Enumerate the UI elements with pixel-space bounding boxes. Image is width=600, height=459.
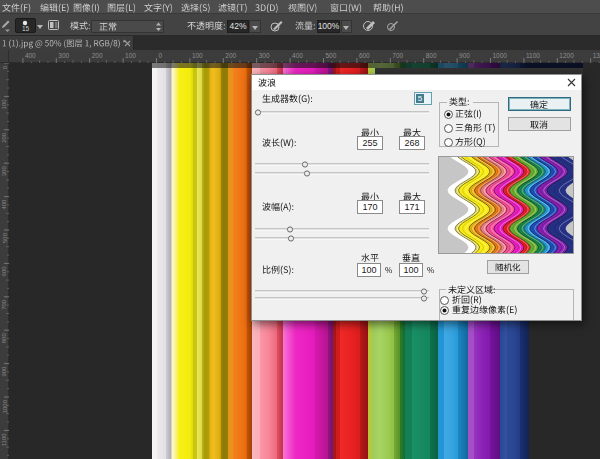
svg-text:300: 300: [58, 52, 69, 59]
svg-text:15: 15: [22, 25, 30, 32]
svg-text:800: 800: [426, 52, 437, 59]
svg-text:900: 900: [2, 366, 8, 377]
svg-text:0: 0: [159, 52, 163, 59]
svg-text:500: 500: [326, 52, 337, 59]
svg-text:400: 400: [2, 199, 8, 210]
svg-text:300: 300: [259, 52, 270, 59]
svg-text:400: 400: [25, 52, 36, 59]
svg-text:200: 200: [225, 52, 236, 59]
svg-text:1200: 1200: [559, 52, 574, 59]
svg-text:300: 300: [2, 166, 8, 177]
svg-text:100: 100: [125, 52, 136, 59]
svg-text:1100: 1100: [2, 433, 8, 447]
svg-text:900: 900: [459, 52, 470, 59]
svg-text:100: 100: [192, 52, 203, 59]
svg-text:600: 600: [2, 266, 8, 277]
svg-text:1100: 1100: [526, 52, 540, 59]
svg-text:200: 200: [2, 132, 8, 143]
svg-text:1000: 1000: [493, 52, 508, 59]
svg-text:0: 0: [2, 65, 8, 69]
svg-text:400: 400: [292, 52, 303, 59]
svg-text:100: 100: [2, 99, 8, 110]
svg-text:500: 500: [2, 232, 8, 243]
svg-text:600: 600: [359, 52, 370, 59]
svg-text:200: 200: [92, 52, 103, 59]
svg-text:1000: 1000: [2, 399, 8, 413]
svg-text:800: 800: [2, 333, 8, 344]
svg-text:700: 700: [2, 299, 8, 310]
svg-text:1300: 1300: [593, 52, 600, 59]
svg-text:700: 700: [392, 52, 403, 59]
